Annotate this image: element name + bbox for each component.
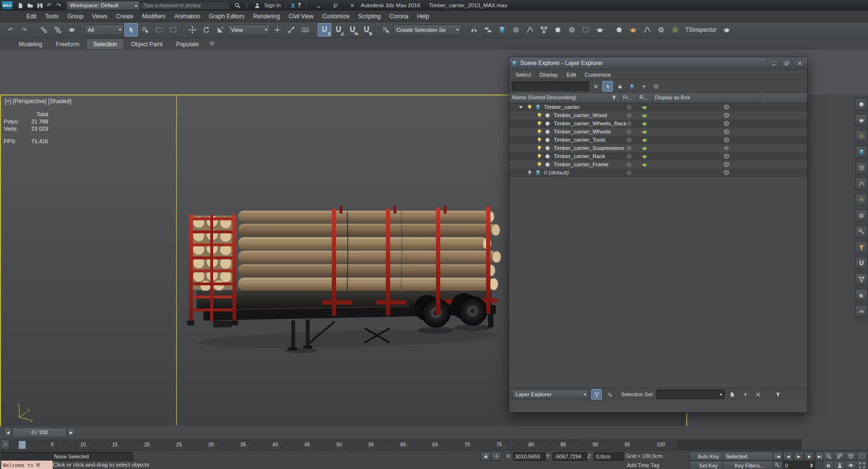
frozen-sun-icon[interactable]: [626, 170, 632, 176]
reference-coordinate-dropdown[interactable]: View: [228, 25, 270, 35]
dock-icon-2[interactable]: [855, 114, 867, 126]
list-view-toggle[interactable]: [604, 389, 615, 400]
selection-region-button[interactable]: [152, 23, 166, 37]
angle-snap-button[interactable]: ∠: [332, 23, 345, 37]
timeline-ruler[interactable]: 0510152025303540455055606570758085909510…: [10, 440, 801, 450]
menu-edit[interactable]: Edit: [22, 12, 41, 21]
menu-create[interactable]: Create: [112, 12, 138, 21]
frozen-sun-icon[interactable]: [626, 104, 632, 110]
render-setup-button[interactable]: [565, 23, 579, 37]
rendered-frame-window-button[interactable]: [579, 23, 593, 37]
dock-icon-8[interactable]: [855, 210, 867, 221]
snap-toggle-3d-button[interactable]: 3: [318, 23, 331, 37]
object-row[interactable]: Timber_carrier_Rack: [509, 152, 807, 161]
z-coordinate-field[interactable]: 0,0cm: [594, 452, 624, 461]
display-as-box-icon[interactable]: [723, 129, 730, 135]
remove-from-set-button[interactable]: [753, 389, 764, 400]
display-as-box-icon[interactable]: [723, 104, 730, 110]
column-box-header[interactable]: Display as Box: [655, 94, 690, 100]
pick-from-scene-button[interactable]: [651, 81, 661, 92]
menu-views[interactable]: Views: [88, 12, 112, 21]
menu-civil-view[interactable]: Civil View: [284, 12, 318, 21]
collapse-arrow-icon[interactable]: [519, 106, 523, 110]
dock-icon-7[interactable]: [855, 194, 867, 205]
redo-scene-button[interactable]: ↷: [18, 23, 31, 37]
key-filters-button[interactable]: Key Filters...: [722, 461, 776, 469]
column-render-header[interactable]: R...: [639, 94, 648, 100]
dock-icon-4[interactable]: [855, 146, 867, 158]
menu-rendering[interactable]: Rendering: [249, 12, 284, 21]
create-new-layer-button[interactable]: [626, 81, 637, 92]
unlink-selection-button[interactable]: [51, 23, 65, 37]
select-object-button[interactable]: [124, 23, 138, 37]
zoom-region-button[interactable]: [856, 451, 868, 461]
renderable-teapot-icon[interactable]: [641, 121, 648, 127]
object-row[interactable]: Timber_carrier_Frame: [509, 161, 807, 169]
column-divider[interactable]: [652, 93, 652, 103]
time-slider[interactable]: ◀ 0 / 100 ▶: [4, 428, 75, 438]
explorer-search-input[interactable]: [512, 81, 589, 91]
current-frame-marker[interactable]: [18, 441, 26, 449]
exchange-apps-icon[interactable]: X: [291, 2, 295, 9]
menu-modifiers[interactable]: Modifiers: [138, 12, 170, 21]
next-frame-arrow[interactable]: ▶: [67, 428, 75, 438]
schematic-view-button[interactable]: [537, 23, 551, 37]
curve-editor-button[interactable]: [523, 23, 537, 37]
column-name-header[interactable]: Name (Sorted Descending): [512, 94, 576, 100]
scene-explorer-window[interactable]: Scene Explorer - Layer Explorer Select D…: [509, 57, 808, 413]
column-divider[interactable]: [760, 93, 760, 103]
column-frozen-header[interactable]: Fr...: [623, 94, 632, 100]
tab-modeling[interactable]: Modeling: [13, 39, 49, 49]
renderable-teapot-icon[interactable]: [641, 129, 648, 135]
play-animation-button[interactable]: ▶: [794, 452, 804, 461]
create-selection-set-button[interactable]: [727, 389, 738, 400]
find-select-toggle[interactable]: [602, 81, 613, 92]
named-selection-set-dropdown[interactable]: Create Selection Se: [393, 25, 461, 35]
restore-window-button[interactable]: [328, 1, 342, 10]
menu-tools[interactable]: Tools: [41, 12, 63, 21]
align-button[interactable]: [481, 23, 495, 37]
edit-named-selection-sets-button[interactable]: [379, 23, 393, 37]
plugin-toolbar-icon-1[interactable]: [612, 23, 626, 37]
plugin-toolbar-icon-2[interactable]: [626, 23, 640, 37]
explorer-minimize-button[interactable]: [768, 59, 779, 67]
layer-row[interactable]: Timber_carrier: [509, 103, 807, 111]
render-production-button[interactable]: [593, 23, 607, 37]
explorer-empty-area[interactable]: [509, 177, 807, 388]
clear-search-button[interactable]: [590, 81, 601, 92]
frozen-sun-icon[interactable]: [626, 161, 632, 168]
layer-explorer-button[interactable]: [495, 23, 509, 37]
redo-button[interactable]: ↷: [54, 1, 64, 10]
default-layer-row[interactable]: 0 (default): [509, 169, 807, 177]
ribbon-toggle-button[interactable]: [509, 23, 523, 37]
explorer-close-button[interactable]: [794, 59, 805, 67]
mini-curve-editor-button[interactable]: [1, 440, 10, 450]
object-visibility-bulb-icon[interactable]: [536, 121, 542, 127]
viewport-label[interactable]: [+] [Perspective] [Shaded]: [5, 98, 71, 105]
display-as-box-icon[interactable]: [723, 153, 730, 160]
frozen-sun-icon[interactable]: [626, 137, 632, 143]
frozen-sun-icon[interactable]: [626, 145, 632, 151]
tree-view-toggle[interactable]: [591, 389, 602, 400]
plugin-toolbar-icon-5[interactable]: [668, 23, 682, 37]
display-as-box-icon[interactable]: [723, 112, 730, 119]
object-visibility-bulb-icon[interactable]: [536, 145, 542, 151]
x-coordinate-field[interactable]: 3010,5659: [513, 452, 546, 461]
frozen-sun-icon[interactable]: [626, 129, 632, 135]
object-visibility-bulb-icon[interactable]: [536, 129, 542, 135]
go-to-start-button[interactable]: |◀: [773, 452, 783, 461]
display-as-eye-icon[interactable]: [723, 145, 730, 151]
display-as-box-icon[interactable]: [723, 170, 730, 176]
bind-to-spacewarp-button[interactable]: [65, 23, 79, 37]
infocenter-search-input[interactable]: [140, 1, 230, 10]
window-crossing-button[interactable]: [166, 23, 180, 37]
menu-customize[interactable]: Customize: [318, 12, 354, 21]
dock-icon-11[interactable]: [855, 257, 867, 269]
workspace-dropdown[interactable]: Workspace: Default: [67, 1, 140, 10]
selection-set-dropdown[interactable]: [656, 389, 725, 399]
dock-icon-5[interactable]: [855, 162, 867, 174]
layer-visibility-bulb-icon[interactable]: [527, 170, 533, 176]
macro-recorder-pane[interactable]: [1, 452, 50, 461]
object-row[interactable]: Timber_carrier_Tools: [509, 136, 807, 144]
spinner-snap-button[interactable]: ⇅: [360, 23, 373, 37]
